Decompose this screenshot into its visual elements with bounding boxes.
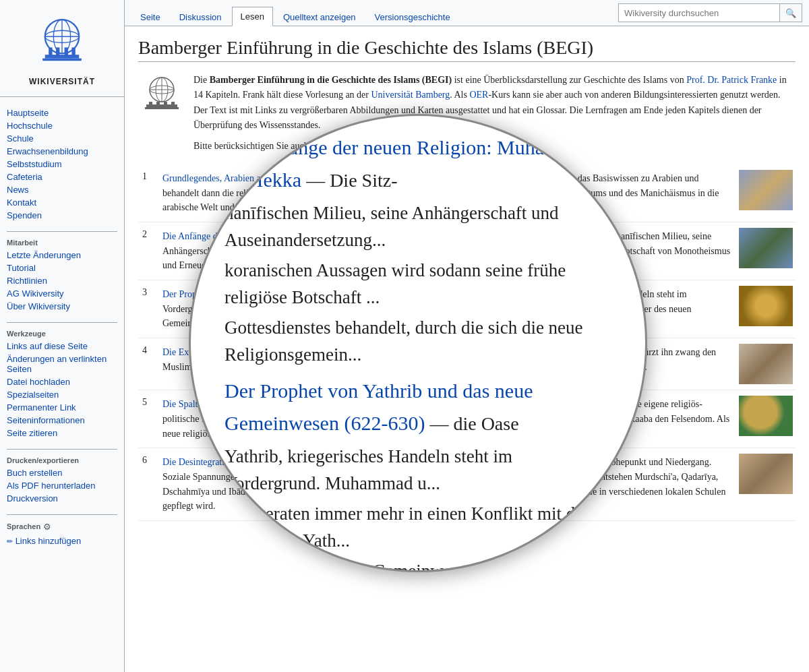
gear-icon[interactable]: ⚙ <box>43 522 51 532</box>
sidebar-item-permanenter-link[interactable]: Permanenter Link <box>7 401 117 414</box>
chapter-5-img-box <box>739 396 793 436</box>
sidebar-item-erwachsenenbildung[interactable]: Erwachsenenbildung <box>7 145 117 158</box>
chapter-table: 1 Grundlegendes, Arabien am Vorabend des… <box>138 164 796 521</box>
wikiversity-logo-svg <box>32 13 92 74</box>
tab-versionsgeschichte[interactable]: Versionsgeschichte <box>366 7 459 26</box>
sidebar-item-seite-zitieren[interactable]: Seite zitieren <box>7 427 117 439</box>
tab-seite[interactable]: Seite <box>131 7 169 26</box>
sidebar-item-links-auf-seite[interactable]: Links auf diese Seite <box>7 340 117 353</box>
sidebar-item-ag-wikiversity[interactable]: AG Wikiversity <box>7 287 117 300</box>
sidebar-item-richtlinien[interactable]: Richtlinien <box>7 274 117 287</box>
search-input[interactable] <box>618 3 780 22</box>
search-button[interactable]: 🔍 <box>780 3 802 22</box>
chapter-4-img-box <box>739 344 793 384</box>
svg-rect-21 <box>145 107 179 109</box>
chapter-1-img-box <box>739 170 793 210</box>
sidebar-logo: WIKIVERSITÄT <box>0 7 124 97</box>
sidebar-item-datei-hochladen[interactable]: Datei hochladen <box>7 375 117 388</box>
pencil-icon: ✏ <box>7 537 13 545</box>
intro-text-1: Die <box>193 75 210 85</box>
chapter-content-3: Der Prophet von Yathrib und das neue Gem… <box>158 280 736 338</box>
sidebar-item-ueber-wikiversity[interactable]: Über Wikiversity <box>7 300 117 313</box>
chapter-content-1: Grundlegendes, Arabien am Vorabend des I… <box>158 164 736 222</box>
sidebar-item-cafeteria[interactable]: Cafeteria <box>7 171 117 183</box>
tab-quelltext[interactable]: Quelltext anzeigen <box>274 7 365 26</box>
sidebar-item-buch-erstellen[interactable]: Buch erstellen <box>7 466 117 479</box>
sidebar-item-spezialseiten[interactable]: Spezialseiten <box>7 388 117 401</box>
sidebar-werkzeuge: Werkzeuge Links auf diese Seite Änderung… <box>0 327 124 445</box>
chapter-6-image <box>736 448 796 521</box>
link-zitierhinweis[interactable]: Zitierhinweis <box>327 141 378 151</box>
chapter-row-3: 3 Der Prophet von Yathrib und das neue G… <box>138 280 796 338</box>
chapter-4-link[interactable]: Die Expansion des islamischen Staates un… <box>162 347 392 357</box>
sidebar-werkzeuge-title: Werkzeuge <box>7 330 117 338</box>
chapter-row-4: 4 Die Expansion des islamischen Staates … <box>138 338 796 390</box>
sidebar-item-aenderungen-verlinkten[interactable]: Änderungen an verlinkten Seiten <box>7 353 117 375</box>
chapter-row-6: 6 Die Desintegration des Dschihad-Staate… <box>138 448 796 521</box>
svg-rect-6 <box>49 47 52 56</box>
sidebar-item-selbststudium[interactable]: Selbststudium <box>7 158 117 171</box>
article: Bamberger Einführung in die Geschichte d… <box>125 26 809 532</box>
sidebar-nav: Hauptseite Hochschule Schule Erwachsenen… <box>0 104 124 227</box>
tab-diskussion[interactable]: Diskussion <box>171 7 231 26</box>
sidebar-item-hochschule[interactable]: Hochschule <box>7 119 117 132</box>
intro-text-2: ist eine Überblicksdarstellung zur Gesch… <box>452 75 686 85</box>
chapter-3-link[interactable]: Der Prophet von Yathrib und das neue Gem… <box>162 289 402 299</box>
main-content: Seite Diskussion Lesen Quelltext anzeige… <box>125 0 809 672</box>
sidebar-item-kontakt[interactable]: Kontakt <box>7 196 117 209</box>
chapter-2-img-box <box>739 228 793 268</box>
university-logo <box>138 73 185 120</box>
svg-rect-8 <box>65 47 68 56</box>
chapter-row-1: 1 Grundlegendes, Arabien am Vorabend des… <box>138 164 796 222</box>
sidebar-item-spenden[interactable]: Spenden <box>7 209 117 222</box>
sidebar-mitarbeit-title: Mitarbeit <box>7 239 117 247</box>
article-intro: Die Bamberger Einführung in die Geschich… <box>138 73 796 154</box>
chapter-6-img-box <box>739 454 793 494</box>
chapter-5-link[interactable]: Die Spaltung der islamischen Gemeinschaf… <box>162 399 328 409</box>
svg-rect-7 <box>56 47 59 56</box>
note-text: Bitte berücksichtigen Sie auch den <box>193 141 327 151</box>
svg-rect-19 <box>164 102 167 105</box>
intro-text-4: . Als <box>450 90 469 100</box>
sidebar-item-hauptseite[interactable]: Hauptseite <box>7 106 117 119</box>
logo-text: WIKIVERSITÄT <box>7 77 117 86</box>
link-oer[interactable]: OER <box>469 90 488 100</box>
sidebar-item-links-hinzufuegen[interactable]: ✏ Links hinzufügen <box>7 534 117 547</box>
sidebar-drucken: Drucken/exportieren Buch erstellen Als P… <box>0 454 124 510</box>
sprachen-links-label: Links hinzufügen <box>16 536 82 546</box>
chapter-3-img-box <box>739 286 793 326</box>
link-prof[interactable]: Prof. Dr. Patrick Franke <box>686 75 777 85</box>
top-bar: Seite Diskussion Lesen Quelltext anzeige… <box>125 0 809 26</box>
chapter-content-5: Die Spaltung der islamischen Gemeinschaf… <box>158 390 736 448</box>
search-icon: 🔍 <box>785 8 796 18</box>
chapter-1-link[interactable]: Grundlegendes, Arabien am Vorabend des I… <box>162 173 349 183</box>
svg-rect-18 <box>156 102 160 105</box>
tab-lesen[interactable]: Lesen <box>232 7 273 26</box>
chapter-content-4: Die Expansion des islamischen Staates un… <box>158 338 736 390</box>
sidebar-item-tutorial[interactable]: Tutorial <box>7 262 117 274</box>
article-title: Bamberger Einführung in die Geschichte d… <box>138 37 796 62</box>
sidebar-sprachen: Sprachen ⚙ ✏ Links hinzufügen <box>0 519 124 553</box>
chapter-6-link[interactable]: Die Desintegration des Dschihad-Staates … <box>162 457 402 467</box>
sidebar-item-druckversion[interactable]: Druckversion <box>7 492 117 505</box>
link-uni[interactable]: Universität Bamberg <box>371 90 450 100</box>
sidebar-item-schule[interactable]: Schule <box>7 132 117 145</box>
chapter-num-3: 3 <box>138 280 158 338</box>
sidebar-item-seiteninformationen[interactable]: Seiteninformationen <box>7 414 117 427</box>
chapter-content-2: Die Anfänge der neuen Religion: Muhammad… <box>158 222 736 280</box>
chapter-num-4: 4 <box>138 338 158 390</box>
sidebar-item-letzte-aenderungen[interactable]: Letzte Änderungen <box>7 249 117 262</box>
sidebar-item-pdf[interactable]: Als PDF herunterladen <box>7 479 117 492</box>
chapter-5-image <box>736 390 796 448</box>
svg-rect-20 <box>171 102 175 105</box>
chapter-4-image <box>736 338 796 390</box>
chapter-2-link[interactable]: Die Anfänge der neuen Religion: Muhammad… <box>162 231 373 241</box>
chapter-num-5: 5 <box>138 390 158 448</box>
chapter-num-1: 1 <box>138 164 158 222</box>
chapter-num-2: 2 <box>138 222 158 280</box>
sidebar-item-news[interactable]: News <box>7 183 117 196</box>
tabs: Seite Diskussion Lesen Quelltext anzeige… <box>125 0 611 26</box>
chapter-2-image <box>736 222 796 280</box>
svg-rect-10 <box>42 59 82 61</box>
chapter-row-2: 2 Die Anfänge der neuen Religion: Muhamm… <box>138 222 796 280</box>
